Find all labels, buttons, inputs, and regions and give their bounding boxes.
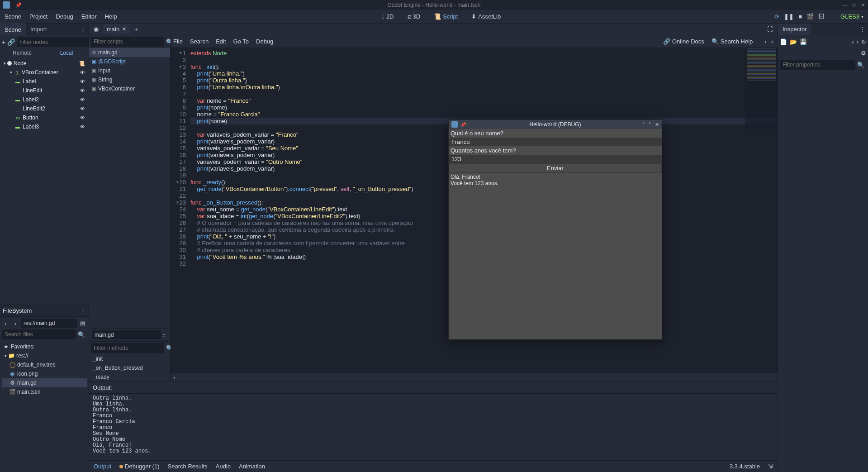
menu-scene[interactable]: Scene [5,13,21,20]
tree-node-label[interactable]: ▬ Label 👁 [1,77,88,86]
tree-node-label2[interactable]: ▬ Label2 👁 [1,95,88,104]
distraction-free-button[interactable]: ⛶ [764,26,776,33]
file-icon-png[interactable]: ◉icon.png [2,369,87,378]
debug-window-titlebar[interactable]: 📌 Hello-world (DEBUG) ˅ ˄ ✕ [449,120,662,129]
play-custom-scene-button[interactable]: 🎞 [818,13,824,20]
menu-help[interactable]: Help [105,13,117,20]
hide-panel-button[interactable]: ‹ [171,373,778,381]
tree-node-button[interactable]: ▭ Button 👁 [1,113,88,122]
dock-options-button[interactable]: ⋮ [77,26,89,33]
method-ready[interactable]: _ready [89,372,170,381]
viewport-script-button[interactable]: 📜Script [431,11,460,22]
menu-debug[interactable]: Debug [56,13,73,20]
nav-forward-button[interactable]: › [11,320,20,327]
toggle-bottom-panel-button[interactable]: ⇲ [768,463,773,470]
script-menu-debug[interactable]: Debug [256,38,273,45]
bottom-tab-output[interactable]: Output [94,463,111,470]
minimize-button[interactable]: ˅ [642,122,645,128]
script-item-main-gd[interactable]: ⚙main.gd [89,48,170,57]
online-docs-button[interactable]: 🔗Online Docs [663,38,704,45]
play-scene-button[interactable]: 🎬 [806,13,814,20]
filter-scripts-input[interactable] [91,37,164,47]
script-item-gdscript[interactable]: ▣@GDScript [89,57,170,66]
method-on-button-pressed[interactable]: _on_Button_pressed [89,363,170,372]
search-icon[interactable]: 🔍 [76,331,87,338]
search-help-button[interactable]: 🔍Search Help [711,38,753,45]
viewport-2d-button[interactable]: ↕2D [379,11,396,22]
visibility-icon[interactable]: 👁 [78,124,87,129]
renderer-selector[interactable]: GLES3 ▾ [840,13,863,20]
game-input-name[interactable]: Franco [449,138,662,146]
bottom-tab-search-results[interactable]: Search Results [168,463,208,470]
tree-node-root[interactable]: ▾ Node 📜 [1,59,88,68]
play-button[interactable]: ⟳ [774,13,779,20]
debug-game-window[interactable]: 📌 Hello-world (DEBUG) ˅ ˄ ✕ Qual é o seu… [448,119,662,340]
res-root[interactable]: ▾📁res:// [2,351,87,360]
nav-back-button[interactable]: ‹ [1,320,10,327]
close-button[interactable]: ✕ [655,122,659,128]
local-scene-tab[interactable]: Local [44,49,89,58]
scene-tab-list-button[interactable]: ◉ [91,26,101,33]
tree-node-vbox[interactable]: ▾ ▯ VBoxContainer 👁 [1,68,88,77]
bottom-tab-debugger[interactable]: Debugger (1) [119,463,160,470]
remote-scene-tab[interactable]: Remote [0,49,44,58]
file-main-tscn[interactable]: 🎬main.tscn [2,387,87,396]
game-input-age[interactable]: 123 [449,155,662,163]
history-button[interactable]: ↻ [861,38,866,45]
new-resource-button[interactable]: 📄 [780,38,787,45]
history-back-button[interactable]: ‹ [852,38,854,45]
pin-icon[interactable]: 📌 [460,122,466,127]
expand-icon[interactable]: ▾ [8,70,14,75]
dock-options-button[interactable]: ⋮ [857,26,868,33]
file-main-gd[interactable]: ⚙main.gd [2,378,87,387]
script-menu-file[interactable]: File [173,38,183,45]
menu-editor[interactable]: Editor [81,13,97,20]
save-resource-button[interactable]: 💾 [800,38,807,45]
tree-node-label3[interactable]: ▬ Label3 👁 [1,122,88,131]
filesystem-path[interactable]: res://main.gd [21,319,77,328]
filter-methods-input[interactable] [91,343,164,353]
add-node-button[interactable]: + [2,37,5,47]
split-view-button[interactable]: ▤ [78,320,88,327]
script-item-vbox[interactable]: ▣VBoxContainer [89,84,170,93]
scene-tab-main[interactable]: main ✕ [103,24,130,34]
sort-methods-button[interactable]: ↕ [161,332,168,339]
search-icon[interactable]: 🔍 [855,62,866,68]
visibility-icon[interactable]: 👁 [78,115,87,120]
load-resource-button[interactable]: 📂 [790,38,797,45]
history-back-button[interactable]: ‹ [763,38,768,45]
output-body[interactable]: Outra linha. Uma linha. Outra linha. Fra… [89,394,778,460]
visibility-icon[interactable]: 👁 [78,70,87,75]
version-label[interactable]: 3.3.4.stable [730,463,760,470]
expand-icon[interactable]: ▾ [3,353,8,358]
instance-scene-button[interactable]: 🔗 [7,37,15,47]
stop-button[interactable]: ■ [798,13,802,20]
maximize-button[interactable]: ˄ [649,122,651,128]
filesystem-options-button[interactable]: ⋮ [80,307,86,314]
import-dock-tab[interactable]: Import [26,24,52,35]
visibility-icon[interactable]: 👁 [78,97,87,102]
visibility-icon[interactable]: 👁 [78,106,87,111]
close-tab-icon[interactable]: ✕ [122,26,126,32]
visibility-icon[interactable]: 👁 [78,79,87,84]
maximize-button[interactable]: ◇ [852,2,856,8]
viewport-assetlib-button[interactable]: ⬇AssetLib [469,11,503,22]
history-forward-button[interactable]: › [769,38,775,45]
script-menu-goto[interactable]: Go To [233,38,249,45]
script-item-string[interactable]: ▣String [89,75,170,84]
open-script-icon[interactable]: 📜 [77,61,87,67]
pin-icon[interactable]: 📌 [15,2,22,8]
filter-properties-input[interactable] [780,60,855,70]
scene-dock-tab[interactable]: Scene [0,23,26,35]
add-scene-tab-button[interactable]: + [134,26,138,33]
script-menu-edit[interactable]: Edit [216,38,226,45]
scene-filter-input[interactable] [17,37,90,47]
viewport-3d-button[interactable]: ⧈3D [405,11,423,22]
favorites-header[interactable]: ★Favorites: [2,342,87,351]
tree-node-lineedit[interactable]: _ LineEdit 👁 [1,86,88,95]
method-init[interactable]: _init [89,354,170,363]
inspector-dock-tab[interactable]: Inspector [778,24,811,35]
history-forward-button[interactable]: › [857,38,859,45]
filesystem-search-input[interactable] [2,329,76,339]
script-menu-search[interactable]: Search [190,38,209,45]
